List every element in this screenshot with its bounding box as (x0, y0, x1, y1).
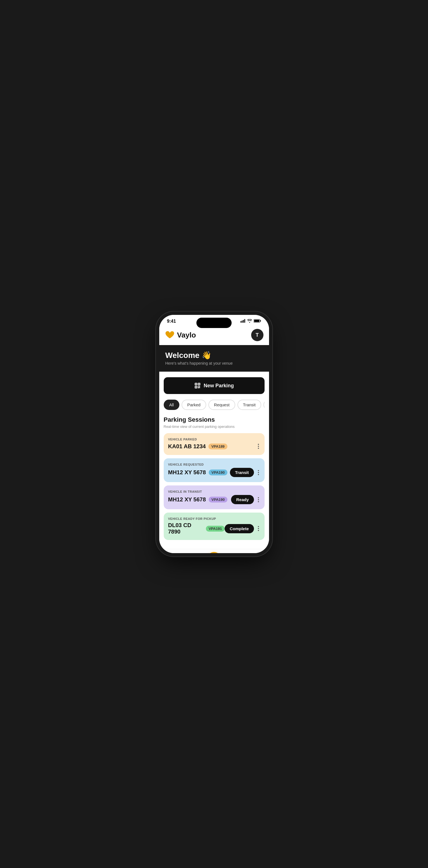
app-header: Vaylo T (159, 326, 269, 345)
parking-card-parked: VEHICLE PARKED KA01 AB 1234 VPA189 (164, 433, 265, 455)
welcome-title: Welcome 👋 (165, 351, 263, 360)
complete-action-button[interactable]: Complete (225, 524, 254, 533)
signal-icon (240, 319, 245, 323)
vpa-badge: VPA191 (206, 526, 225, 532)
card-right: Complete (225, 524, 260, 533)
svg-rect-3 (244, 319, 245, 323)
parking-card-ready: VEHICLE READY FOR PICKUP DL03 CD 7890 VP… (164, 513, 265, 540)
phone-screen: 9:41 Vaylo (159, 315, 269, 553)
status-icons (240, 319, 261, 323)
dynamic-island (196, 318, 232, 328)
card-label-transit: VEHICLE IN TRANSIT (168, 490, 260, 493)
welcome-subtitle: Here's what's happening at your venue (165, 361, 263, 366)
vpa-badge: VPA189 (208, 443, 227, 450)
card-left: MH12 XY 5678 VPA190 (168, 496, 228, 503)
card-bottom: DL03 CD 7890 VPA191 Complete (168, 522, 260, 535)
svg-rect-11 (199, 384, 199, 384)
card-right: Ready (231, 495, 260, 504)
parking-card-requested: VEHICLE REQUESTED MH12 XY 5678 VPA190 Tr… (164, 458, 265, 482)
card-bottom: MH12 XY 5678 VPA190 Ready (168, 495, 260, 504)
wifi-icon (247, 319, 252, 323)
filter-tab-all[interactable]: All (164, 400, 179, 410)
card-label-ready: VEHICLE READY FOR PICKUP (168, 517, 260, 520)
section-title: Parking Sessions (164, 416, 265, 423)
plate-number: DL03 CD 7890 (168, 522, 203, 535)
svg-rect-10 (196, 384, 196, 384)
phone-frame: 9:41 Vaylo (159, 315, 269, 553)
new-parking-label: New Parking (204, 383, 234, 389)
app-title: Vaylo (177, 331, 196, 339)
card-left: MH12 XY 5678 VPA190 (168, 469, 228, 476)
ready-action-button[interactable]: Ready (231, 495, 254, 504)
nav-item-dashboard[interactable]: Dashboard (164, 553, 181, 553)
svg-rect-1 (242, 320, 242, 323)
svg-rect-6 (254, 320, 259, 322)
filter-tab-transit[interactable]: Transit (237, 400, 261, 410)
card-left: DL03 CD 7890 VPA191 (168, 522, 225, 535)
section-subtitle: Real-time view of current parking operat… (164, 425, 265, 429)
plate-number: KA01 AB 1234 (168, 443, 206, 450)
card-right (257, 443, 260, 450)
transit-action-button[interactable]: Transit (230, 468, 254, 477)
filter-tab-ready[interactable]: Ready (263, 400, 265, 410)
card-label-parked: VEHICLE PARKED (168, 438, 260, 441)
dashboard-icon (169, 553, 176, 553)
more-options-button[interactable] (257, 525, 260, 532)
more-options-button[interactable] (257, 443, 260, 450)
qr-icon (194, 382, 201, 389)
filter-tab-request[interactable]: Request (208, 400, 235, 410)
main-content: New Parking All Parked Request Transit R… (159, 372, 269, 549)
avatar[interactable]: T (251, 329, 263, 341)
bottom-nav: Dashboard Sessions + (159, 549, 269, 553)
svg-rect-2 (243, 320, 244, 323)
wave-emoji: 👋 (202, 351, 211, 360)
card-left: KA01 AB 1234 VPA189 (168, 443, 227, 450)
filter-tab-parked[interactable]: Parked (182, 400, 206, 410)
add-button[interactable]: + (207, 552, 221, 553)
vpa-badge: VPA190 (209, 469, 227, 475)
new-parking-button[interactable]: New Parking (164, 377, 265, 394)
svg-rect-0 (240, 321, 241, 323)
status-time: 9:41 (167, 319, 176, 324)
card-bottom: MH12 XY 5678 VPA190 Transit (168, 468, 260, 477)
logo-area: Vaylo (165, 331, 196, 339)
svg-rect-12 (196, 387, 196, 388)
vpa-badge: VPA190 (209, 497, 227, 502)
battery-icon (254, 319, 261, 323)
card-label-requested: VEHICLE REQUESTED (168, 463, 260, 466)
svg-rect-5 (260, 320, 261, 321)
plate-number: MH12 XY 5678 (168, 469, 206, 476)
filter-tabs: All Parked Request Transit Ready (164, 400, 265, 410)
vaylo-logo-icon (165, 331, 175, 339)
welcome-banner: Welcome 👋 Here's what's happening at you… (159, 345, 269, 372)
parking-card-transit: VEHICLE IN TRANSIT MH12 XY 5678 VPA190 R… (164, 486, 265, 509)
card-right: Transit (230, 468, 260, 477)
card-bottom: KA01 AB 1234 VPA189 (168, 443, 260, 450)
more-options-button[interactable] (257, 496, 260, 503)
more-options-button[interactable] (257, 469, 260, 476)
plate-number: MH12 XY 5678 (168, 496, 206, 503)
